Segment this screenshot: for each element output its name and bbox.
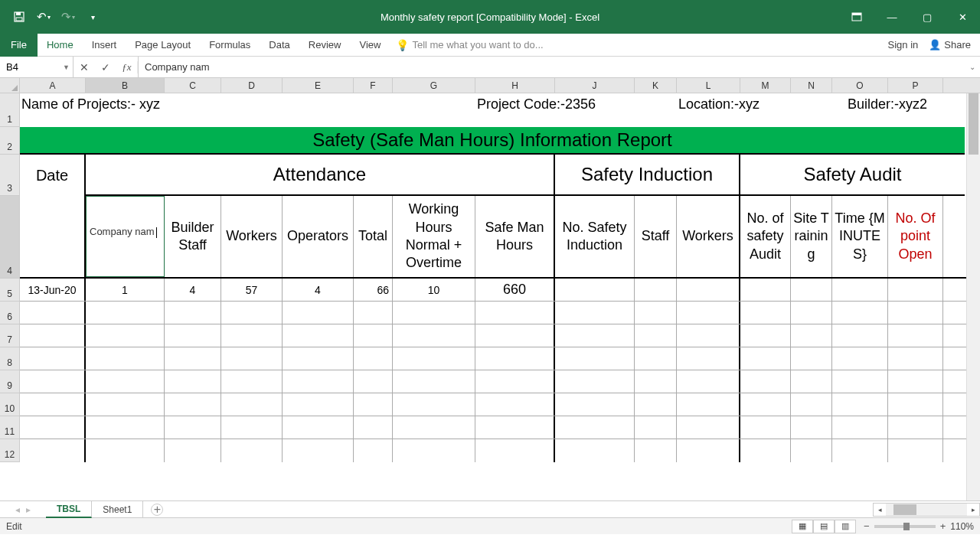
workers-header[interactable]: Workers xyxy=(221,196,283,277)
cell-m5[interactable] xyxy=(740,279,791,301)
no-safety-induction-header[interactable]: No. Safety Induction xyxy=(555,196,635,277)
cell-builder-staff[interactable]: 4 xyxy=(165,279,221,301)
name-box[interactable]: B4 ▼ xyxy=(0,57,74,77)
row-hdr-7[interactable]: 7 xyxy=(0,324,20,347)
col-hdr-o[interactable]: O xyxy=(832,78,888,93)
row-hdr-6[interactable]: 6 xyxy=(0,302,20,324)
time-minutes-header[interactable]: Time {MINUTES} xyxy=(832,196,888,277)
hscroll-right-icon[interactable]: ▸ xyxy=(967,506,979,514)
signin-link[interactable]: Sign in xyxy=(888,39,919,51)
col-hdr-j[interactable]: J xyxy=(555,78,635,93)
cell-workers[interactable]: 57 xyxy=(221,279,283,301)
tab-review[interactable]: Review xyxy=(299,34,351,57)
page-break-view-button[interactable]: ▥ xyxy=(835,520,856,533)
no-safety-audit-header[interactable]: No. of safety Audit xyxy=(740,196,791,277)
project-code-cell[interactable]: Project Code:-2356 xyxy=(475,93,677,126)
col-hdr-d[interactable]: D xyxy=(221,78,283,93)
select-all-corner[interactable] xyxy=(0,78,20,93)
fx-icon[interactable]: ƒx xyxy=(116,61,138,73)
col-hdr-g[interactable]: G xyxy=(393,78,475,93)
row-hdr-4[interactable]: 4 xyxy=(0,196,20,279)
cell-safe-man-hours[interactable]: 660 xyxy=(475,279,555,301)
col-hdr-f[interactable]: F xyxy=(354,78,393,93)
scrollbar-thumb[interactable] xyxy=(969,93,978,155)
cell-company[interactable]: 1 xyxy=(86,279,165,301)
row-hdr-10[interactable]: 10 xyxy=(0,393,20,416)
close-button[interactable]: ✕ xyxy=(945,0,980,34)
hscroll-left-icon[interactable]: ◂ xyxy=(874,506,886,514)
hscroll-thumb[interactable] xyxy=(893,504,916,515)
maximize-button[interactable]: ▢ xyxy=(910,0,945,34)
undo-button[interactable]: ↶▾ xyxy=(32,5,55,28)
zoom-out-button[interactable]: − xyxy=(864,520,870,532)
date-sub[interactable] xyxy=(20,196,86,277)
name-box-dropdown-icon[interactable]: ▼ xyxy=(63,64,70,71)
safety-induction-header[interactable]: Safety Induction xyxy=(555,155,740,196)
zoom-level[interactable]: 110% xyxy=(950,521,974,532)
page-layout-view-button[interactable]: ▤ xyxy=(813,520,835,533)
horizontal-scrollbar[interactable]: ◂ ▸ xyxy=(873,503,980,517)
col-hdr-a[interactable]: A xyxy=(20,78,86,93)
zoom-in-button[interactable]: + xyxy=(940,520,946,532)
col-hdr-k[interactable]: K xyxy=(635,78,677,93)
minimize-button[interactable]: — xyxy=(874,0,910,34)
sheet-tab-sheet1[interactable]: Sheet1 xyxy=(92,501,143,518)
date-header[interactable]: Date xyxy=(20,155,86,196)
report-title-row[interactable]: Safety (Safe Man Hours) Information Repo… xyxy=(20,127,965,155)
cell-n5[interactable] xyxy=(791,279,832,301)
tab-formulas[interactable]: Formulas xyxy=(200,34,260,57)
cell-j5[interactable] xyxy=(555,279,635,301)
confirm-edit-button[interactable]: ✓ xyxy=(95,61,116,73)
safety-audit-header[interactable]: Safety Audit xyxy=(740,155,965,196)
qat-customize[interactable]: ▾ xyxy=(81,5,104,28)
row-hdr-5[interactable]: 5 xyxy=(0,279,20,302)
no-point-open-header[interactable]: No. Of point Open xyxy=(888,196,943,277)
cell-l5[interactable] xyxy=(677,279,740,301)
zoom-slider[interactable] xyxy=(874,525,936,528)
normal-view-button[interactable]: ▦ xyxy=(792,520,813,533)
company-name-header-editing[interactable]: Company nam xyxy=(86,196,165,277)
tab-data[interactable]: Data xyxy=(260,34,299,57)
row-hdr-12[interactable]: 12 xyxy=(0,439,20,462)
tab-home[interactable]: Home xyxy=(38,34,83,57)
tab-insert[interactable]: Insert xyxy=(83,34,126,57)
working-hours-header[interactable]: Working Hours Normal + Overtime xyxy=(393,196,475,277)
site-training-header[interactable]: Site Training xyxy=(791,196,832,277)
col-hdr-l[interactable]: L xyxy=(677,78,740,93)
col-hdr-e[interactable]: E xyxy=(283,78,354,93)
file-tab[interactable]: File xyxy=(0,34,38,57)
operators-header[interactable]: Operators xyxy=(283,196,354,277)
col-hdr-c[interactable]: C xyxy=(165,78,221,93)
nav-next-icon[interactable]: ▸ xyxy=(26,504,31,515)
redo-button[interactable]: ↷▾ xyxy=(57,5,80,28)
formula-input[interactable]: Company nam xyxy=(139,57,965,77)
workers2-header[interactable]: Workers xyxy=(677,196,740,277)
cell-working-hours[interactable]: 10 xyxy=(393,279,475,301)
attendance-header[interactable]: Attendance xyxy=(86,155,555,196)
row-hdr-9[interactable]: 9 xyxy=(0,370,20,393)
sheet-nav[interactable]: ◂ ▸ xyxy=(0,504,46,515)
cell-total[interactable]: 66 xyxy=(354,279,393,301)
vertical-scrollbar[interactable] xyxy=(966,93,980,500)
cell-p5[interactable] xyxy=(888,279,943,301)
nav-prev-icon[interactable]: ◂ xyxy=(15,504,20,515)
builder-cell[interactable]: Builder:-xyz2 xyxy=(846,93,965,126)
save-button[interactable] xyxy=(8,5,31,28)
project-name-cell[interactable]: Name of Projects:- xyz xyxy=(20,93,475,126)
share-button[interactable]: 👤 Share xyxy=(929,39,971,51)
cell-k5[interactable] xyxy=(635,279,677,301)
add-sheet-button[interactable]: + xyxy=(151,504,163,516)
total-header[interactable]: Total xyxy=(354,196,393,277)
location-cell[interactable]: Location:-xyz xyxy=(677,93,846,126)
staff-header[interactable]: Staff xyxy=(635,196,677,277)
row-hdr-3[interactable]: 3 xyxy=(0,155,20,196)
col-hdr-b[interactable]: B xyxy=(86,78,165,93)
sheet-tab-tbsl[interactable]: TBSL xyxy=(46,501,92,518)
row-hdr-11[interactable]: 11 xyxy=(0,416,20,439)
col-hdr-n[interactable]: N xyxy=(791,78,832,93)
col-hdr-m[interactable]: M xyxy=(740,78,791,93)
tell-me-search[interactable]: 💡 Tell me what you want to do... xyxy=(396,39,543,51)
row-hdr-1[interactable]: 1 xyxy=(0,93,20,127)
col-hdr-h[interactable]: H xyxy=(475,78,555,93)
tab-page-layout[interactable]: Page Layout xyxy=(126,34,200,57)
